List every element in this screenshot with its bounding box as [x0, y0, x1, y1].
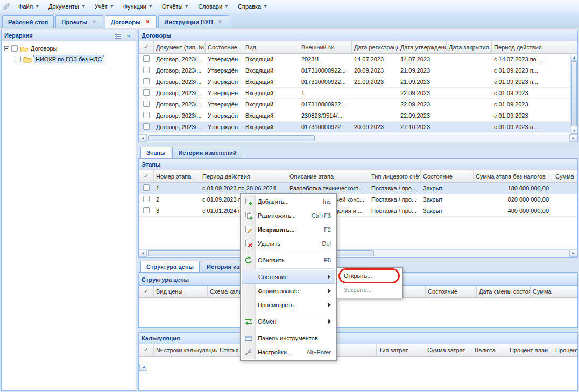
table-row[interactable]: Договор, 2023/...УтверждёнВходящий017310…	[139, 76, 577, 88]
column-header[interactable]: Сумма этапа без налогов	[474, 170, 553, 182]
menu-reports[interactable]: Отчёты	[158, 1, 193, 12]
menu-item-refresh[interactable]: Обновить F5	[242, 253, 335, 267]
table-row[interactable]: Договор, 2023/...УтверждёнВходящий122.09…	[139, 88, 577, 99]
column-header[interactable]: Вид	[243, 41, 299, 53]
column-header[interactable]: Процент факт	[553, 344, 577, 356]
table-row[interactable]: Договор, 2023/...УтверждёнВходящий230823…	[139, 110, 577, 122]
scroll-left-button[interactable]: ◄	[139, 250, 147, 257]
table-row[interactable]: Договор, 2023/...УтверждёнВходящий2023/1…	[139, 54, 577, 65]
column-header[interactable]: Дата утверждения	[398, 41, 447, 53]
stages-panel: Этапы ✓Номер этапаПериод действияОписани…	[138, 159, 578, 258]
menu-item-state[interactable]: Состояние	[242, 270, 335, 284]
tab-stages[interactable]: Этапы	[140, 147, 171, 158]
menu-dictionaries[interactable]: Словари	[194, 1, 232, 12]
row-checkbox[interactable]	[143, 67, 150, 73]
column-header[interactable]: Тип затрат	[377, 344, 425, 356]
row-checkbox[interactable]	[143, 112, 150, 118]
scroll-left-button[interactable]: ◄	[139, 134, 147, 142]
menu-help[interactable]: Справка	[234, 1, 271, 12]
table-row[interactable]: Договор, 2023/...УтверждёнВходящий017310…	[139, 99, 577, 110]
tab-desktop[interactable]: Рабочий стол	[2, 15, 54, 28]
column-header[interactable]: Валюта	[472, 344, 507, 356]
table-row[interactable]: 3с 01.01.2024 по ...Изготовление изделия…	[139, 205, 577, 217]
tree-checkbox[interactable]	[11, 45, 18, 52]
column-header[interactable]: Состояние	[421, 170, 474, 182]
column-header[interactable]: Вид цены	[154, 286, 208, 297]
menu-item-view[interactable]: Просмотреть	[242, 298, 335, 312]
table-row[interactable]: 1с 01.09.2023 по 28.06.2024Разработка те…	[139, 183, 577, 194]
column-header[interactable]: Документ (тип, №)	[154, 41, 206, 53]
submenu-item-open[interactable]: Открыть...	[338, 269, 401, 283]
select-all-header[interactable]: ✓	[139, 286, 154, 297]
row-checkbox[interactable]	[143, 78, 150, 84]
row-checkbox[interactable]	[143, 89, 150, 96]
menu-accounting[interactable]: Учёт	[90, 1, 118, 12]
menu-label: Отчёты	[162, 3, 182, 10]
contracts-hscrollbar[interactable]: ◄ ►	[139, 134, 577, 142]
tree-node-niokr[interactable]: НИОКР по ГОЗ без НДС	[2, 54, 136, 65]
menu-documents[interactable]: Документы	[44, 1, 89, 12]
scroll-down-button[interactable]: ▼	[571, 127, 577, 134]
column-header[interactable]: Период действия	[200, 170, 287, 182]
menu-item-settings[interactable]: Настройки... Alt+Enter	[242, 345, 335, 359]
scroll-left-button[interactable]: ◄	[139, 364, 147, 371]
select-all-header[interactable]: ✓	[139, 344, 154, 356]
column-header[interactable]: Сумма	[553, 170, 577, 182]
select-all-header[interactable]: ✓	[139, 41, 154, 53]
scroll-thumb[interactable]	[148, 135, 315, 141]
select-all-header[interactable]: ✓	[139, 170, 154, 182]
row-checkbox[interactable]	[143, 196, 150, 202]
tree-node-contracts[interactable]: Договоры	[2, 43, 136, 54]
scroll-right-button[interactable]: ►	[569, 250, 577, 257]
column-header[interactable]: Номер этапа	[154, 170, 200, 182]
row-checkbox[interactable]	[143, 55, 150, 62]
stages-hscrollbar[interactable]: ◄ ►	[139, 249, 577, 257]
tree-options-icon[interactable]	[114, 32, 122, 40]
table-row[interactable]: Договор, 2023/...УтверждёнВходящий017310…	[139, 122, 577, 133]
column-header[interactable]: № строки калькуляции	[154, 344, 217, 356]
menu-item-formation[interactable]: Формирование	[242, 284, 335, 298]
column-header[interactable]: Сумма затрат	[425, 344, 472, 356]
menu-functions[interactable]: Функции	[119, 1, 157, 12]
scroll-up-button[interactable]: ▲	[571, 54, 577, 61]
scroll-right-button[interactable]: ►	[569, 134, 577, 142]
column-header[interactable]: Дата регистрации	[352, 41, 398, 53]
menu-item-edit[interactable]: Исправить... F2	[242, 223, 335, 237]
close-icon[interactable]: ×	[217, 19, 223, 25]
menu-item-add[interactable]: Добавить... Ins	[242, 195, 335, 209]
table-row[interactable]: Договор, 2023/...УтверждёнВходящий017310…	[139, 65, 577, 76]
contracts-vscrollbar[interactable]: ▲ ▼	[570, 54, 577, 134]
close-icon[interactable]: ×	[91, 19, 97, 25]
scroll-thumb[interactable]	[571, 61, 577, 126]
column-header[interactable]: Дата смены состояния	[477, 286, 531, 297]
tab-change-history[interactable]: История изменений	[172, 147, 242, 158]
collapse-panel-icon[interactable]: «	[124, 32, 133, 40]
collapse-node-icon[interactable]	[4, 46, 9, 51]
tree-checkbox[interactable]	[15, 56, 21, 62]
column-header[interactable]: Сумма	[531, 286, 577, 297]
table-cell: Утверждён	[206, 54, 243, 65]
tab-price-structure[interactable]: Структура цены	[140, 261, 200, 272]
tab-projects[interactable]: Проекты×	[55, 15, 103, 28]
menu-item-toolbar[interactable]: Панель инструментов	[242, 331, 335, 345]
table-row[interactable]: 2с 01.09.2023 по ...Разработка рабочей к…	[139, 194, 577, 205]
column-header[interactable]: Внешний №	[299, 41, 352, 53]
tab-contracts[interactable]: Договоры×	[105, 15, 157, 28]
row-checkbox[interactable]	[143, 101, 150, 107]
menu-item-delete[interactable]: Удалить Del	[242, 237, 335, 251]
column-header[interactable]: Описание этапа	[287, 170, 369, 182]
column-header[interactable]: Процент план	[507, 344, 553, 356]
menu-file[interactable]: Файл	[14, 1, 43, 12]
row-checkbox[interactable]	[143, 207, 150, 213]
row-checkbox[interactable]	[143, 184, 150, 191]
menu-item-duplicate[interactable]: Размножить... Ctrl+F3	[242, 209, 335, 223]
menu-item-exchange[interactable]: Обмен	[242, 315, 335, 329]
column-header[interactable]: Состояние	[426, 286, 477, 297]
row-checkbox[interactable]	[143, 123, 150, 130]
close-icon[interactable]: ×	[144, 19, 151, 25]
column-header[interactable]: Дата закрытия	[447, 41, 492, 53]
tab-instructions[interactable]: Инструкции ПУП×	[158, 15, 229, 28]
column-header[interactable]: Состояние	[206, 41, 243, 53]
column-header[interactable]: Период действия	[492, 41, 570, 53]
column-header[interactable]: Тип лицевого счёта	[369, 170, 421, 182]
